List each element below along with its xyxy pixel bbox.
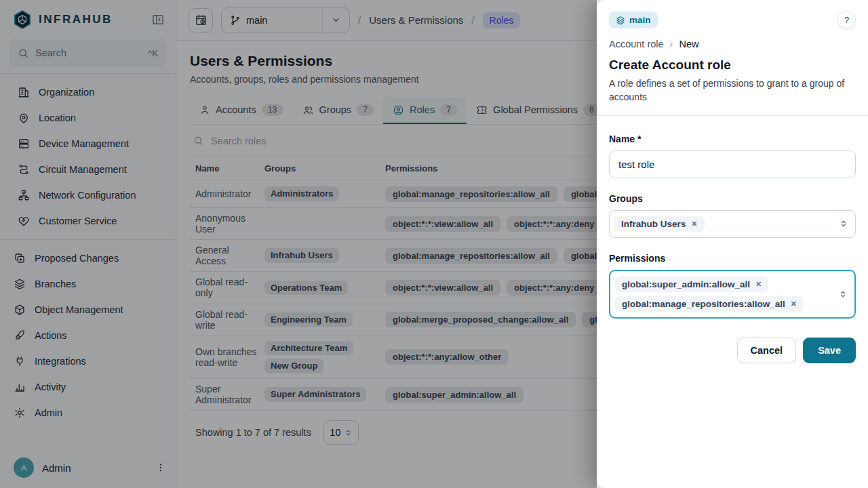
permissions-label: Permissions <box>609 253 856 264</box>
drawer-breadcrumb-parent[interactable]: Account role <box>609 39 664 49</box>
layers-icon <box>616 16 625 25</box>
name-field[interactable] <box>609 150 856 178</box>
name-label: Name * <box>609 134 856 144</box>
modal-overlay[interactable] <box>0 0 597 488</box>
chip-label: global:super_admin:allow_all <box>622 279 750 289</box>
groups-label: Groups <box>609 193 856 204</box>
permissions-select[interactable]: global:super_admin:allow_all✕global:mana… <box>609 270 856 319</box>
cancel-button[interactable]: Cancel <box>737 338 797 363</box>
drawer-header: main ? Account role › New Create Account… <box>597 0 868 116</box>
remove-chip-icon[interactable]: ✕ <box>691 220 697 228</box>
create-role-drawer: main ? Account role › New Create Account… <box>597 0 868 488</box>
chevron-updown-icon <box>840 220 848 228</box>
app-root: INFRAHUB Search ^K OrganizationLocationD… <box>0 0 868 488</box>
remove-chip-icon[interactable]: ✕ <box>791 300 797 308</box>
save-button[interactable]: Save <box>803 338 856 363</box>
chevron-updown-icon <box>839 290 847 298</box>
drawer-breadcrumb: Account role › New <box>609 39 856 49</box>
chevron-right-icon: › <box>670 39 673 49</box>
chip-label: Infrahub Users <box>621 219 686 229</box>
selected-option-chip: global:super_admin:allow_all✕ <box>615 277 768 292</box>
drawer-subtitle: A role defines a set of permissions to g… <box>609 77 856 104</box>
drawer-branch-label: main <box>629 15 651 25</box>
groups-select[interactable]: Infrahub Users✕ <box>609 210 856 238</box>
drawer-branch-badge[interactable]: main <box>609 12 658 28</box>
selected-option-chip: Infrahub Users✕ <box>614 216 705 232</box>
drawer-breadcrumb-current: New <box>679 39 698 49</box>
drawer-body: Name * Groups Infrahub Users✕ Permission… <box>597 116 868 381</box>
drawer-title: Create Account role <box>609 58 856 73</box>
selected-option-chip: global:manage_repositories:allow_all✕ <box>615 296 804 312</box>
help-button[interactable]: ? <box>837 11 856 29</box>
remove-chip-icon[interactable]: ✕ <box>755 280 762 289</box>
chip-label: global:manage_repositories:allow_all <box>622 299 785 309</box>
